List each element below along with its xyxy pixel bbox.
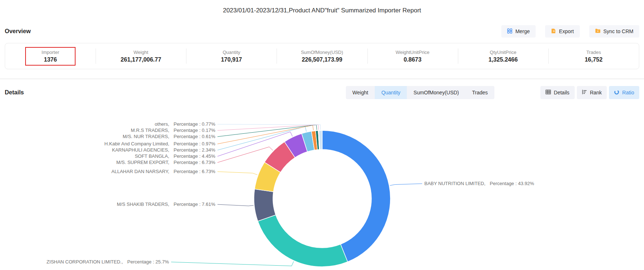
pie-label-name: M/S. NUR TRADERS, [123,134,169,139]
pie-label-percentage: Percentage : 0.77% [174,121,215,127]
stat-value: 1,325.2466 [489,56,518,63]
export-button-label: Export [559,28,574,34]
pie-label-line [217,124,320,130]
pie-label-name: others, [155,121,169,127]
pie-label: others,Percentage : 0.77% [155,121,215,128]
stat-label: Quantity [223,50,240,55]
stat-cell-importer: Importer 1376 [5,43,96,69]
pie-label-percentage: Percentage : 7.61% [174,201,215,207]
metric-tab-group: Weight Quantity SumOfMoney(USD) Trades [346,86,494,99]
pie-label-name: KARNAPHULI AGENCIES, [112,147,169,153]
ratio-button[interactable]: Ratio [609,86,639,99]
pie-label: H.Kabir And Company Limited,Percentage :… [104,141,215,147]
pie-label-line [217,172,258,175]
details-section: Details Weight Quantity SumOfMoney(USD) … [0,79,644,99]
pie-label: M/S. SUPREM EXPORT,Percentage : 6.73% [116,159,215,166]
pie-label-percentage: Percentage : 6.73% [174,160,215,165]
table-icon [545,90,551,95]
export-button[interactable]: Export [545,25,579,38]
stat-value: 16,752 [585,56,602,63]
overview-stats-card: Importer 1376 Weight 261,177,006.77 Quan… [5,43,639,69]
merge-icon [507,28,512,35]
pie-label-percentage: Percentage : 43.92% [490,181,534,186]
pie-label-name: M/S. SUPREM EXPORT, [116,160,169,165]
stat-label: SumOfMoney(USD) [301,50,343,55]
pie-label-name: M/S SHAKIB TRADERS, [117,201,169,207]
pie-label-percentage: Percentage : 6.73% [174,169,215,174]
pie-label: SOFT BANGLA,Percentage : 4.45% [135,153,215,160]
stat-cell-qtyunitprice: QtyUnitPrice 1,325.2466 [458,43,548,69]
pie-label-line [390,184,422,185]
pie-label-name: ALLAHAR DAN NARSARY, [111,169,169,174]
pie-label: KARNAPHULI AGENCIES,Percentage : 2.34% [112,147,215,153]
stat-cell-sumofmoney: SumOfMoney(USD) 226,507,173.99 [277,43,367,69]
stat-cell-trades: Trades 16,752 [548,43,639,69]
tab-quantity[interactable]: Quantity [375,86,407,99]
stat-value: 226,507,173.99 [302,56,342,63]
stat-value: 261,177,006.77 [121,56,161,63]
pie-label-percentage: Percentage : 4.45% [174,153,215,159]
pie-label-percentage: Percentage : 25.7% [127,259,169,265]
stat-label: QtyUnitPrice [490,50,516,55]
stat-cell-quantity: Quantity 170,917 [186,43,277,69]
ratio-chart: BABY NUTRITION LIMITED,Percentage : 43.9… [0,99,644,270]
pie-label: M/S SHAKIB TRADERS,Percentage : 7.61% [117,201,215,208]
ratio-button-label: Ratio [622,90,634,95]
pie-label: BABY NUTRITION LIMITED,Percentage : 43.9… [424,180,534,187]
merge-button[interactable]: Merge [501,25,536,38]
export-file-icon [551,28,556,35]
folder-sync-icon [595,28,601,34]
stat-value: 0.8673 [404,56,421,63]
details-heading: Details [5,89,24,96]
pie-label: M/S. NUR TRADERS,Percentage : 0.61% [123,133,215,140]
ratio-icon [614,90,619,96]
importer-highlight-box: Importer 1376 [25,47,76,66]
pie-label-name: M.R.S TRADERS, [131,128,169,133]
rank-button-label: Rank [590,90,602,95]
pie-label-name: BABY NUTRITION LIMITED, [424,181,485,186]
merge-button-label: Merge [515,28,530,34]
tab-trades[interactable]: Trades [466,86,494,99]
pie-label: ZISHAN CORPORATION LIMITED.,Percentage :… [47,259,169,265]
rank-icon [582,90,587,95]
view-button-group: Details Rank Ratio [540,86,639,99]
stat-label: WeightUnitPrice [396,50,429,55]
pie-label-line [171,261,294,266]
stat-label: Trades [586,50,601,55]
overview-actions: Merge Export Sync to CRM [501,25,639,38]
stat-value: 1376 [44,56,57,63]
overview-heading: Overview [5,28,31,35]
pie-label-name: SOFT BANGLA, [135,153,169,159]
pie-label-name: ZISHAN CORPORATION LIMITED., [47,259,123,265]
sync-to-crm-button-label: Sync to CRM [603,28,633,34]
donut-chart-svg [0,99,644,270]
details-view-button[interactable]: Details [540,86,575,99]
pie-label-percentage: Percentage : 0.61% [174,134,215,139]
pie-label: M.R.S TRADERS,Percentage : 0.17% [131,127,215,134]
tab-weight[interactable]: Weight [346,86,375,99]
stat-cell-weightunitprice: WeightUnitPrice 0.8673 [367,43,458,69]
stat-value: 170,917 [221,56,242,63]
stat-label: Weight [134,50,148,55]
page-title: 2023/01/01-2023/12/31,Product AND"fruit"… [0,0,644,15]
pie-slice[interactable] [258,215,348,267]
pie-label-line [217,147,273,163]
pie-slice[interactable] [322,130,390,262]
pie-label-percentage: Percentage : 2.34% [174,147,215,153]
stat-cell-weight: Weight 261,177,006.77 [96,43,186,69]
pie-label-percentage: Percentage : 0.97% [174,141,215,146]
rank-button[interactable]: Rank [577,86,607,99]
tab-sumofmoney[interactable]: SumOfMoney(USD) [407,86,465,99]
pie-label: ALLAHAR DAN NARSARY,Percentage : 6.73% [111,168,215,175]
details-view-button-label: Details [554,90,570,95]
stat-label: Importer [42,50,59,55]
sync-to-crm-button[interactable]: Sync to CRM [589,25,639,38]
pie-label-line [217,204,254,206]
pie-label-line [217,125,319,130]
pie-label-name: H.Kabir And Company Limited, [104,141,169,146]
pie-label-percentage: Percentage : 0.17% [174,128,215,133]
